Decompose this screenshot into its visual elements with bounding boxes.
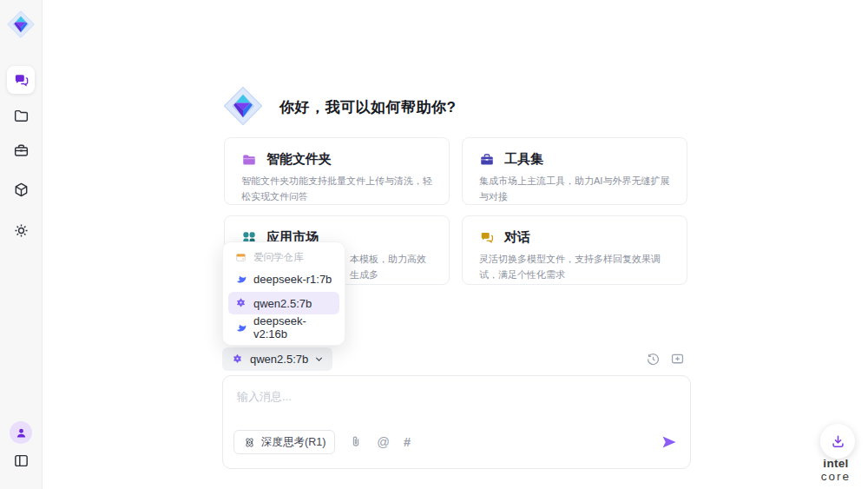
greeting-text: 你好，我可以如何帮助你? — [279, 97, 456, 117]
user-icon — [15, 426, 28, 439]
model-option-qwen[interactable]: qwen2.5:7b — [228, 292, 339, 314]
model-group-header: 爱问学仓库 — [228, 248, 339, 266]
sidebar-item-models[interactable] — [0, 182, 42, 197]
chevron-down-icon — [314, 354, 324, 364]
message-composer: 深度思考(R1) @ # — [222, 375, 691, 469]
model-option-deepseek-v2[interactable]: deepseek-v2:16b — [228, 316, 339, 339]
folder-icon — [13, 108, 30, 124]
core-wordmark: core — [821, 470, 851, 483]
card-description: 灵活切换多模型文件，支持多样回复效果调试，满足个性化需求 — [479, 252, 672, 282]
history-icon[interactable] — [646, 352, 661, 367]
card-toolset[interactable]: 工具集 集成市场上主流工具，助力AI与外界无缝扩展与对接 — [462, 137, 687, 205]
card-title: 对话 — [504, 229, 530, 246]
user-avatar[interactable] — [10, 421, 32, 444]
deep-think-label: 深度思考(R1) — [261, 435, 326, 450]
model-selector[interactable]: qwen2.5:7b — [222, 347, 332, 371]
deepseek-icon — [234, 321, 247, 334]
sidebar-item-chat[interactable] — [7, 66, 35, 94]
hash-icon[interactable]: # — [404, 436, 411, 449]
sidebar-item-folders[interactable] — [0, 108, 42, 123]
download-icon — [830, 433, 846, 450]
model-option-deepseek-r1[interactable]: deepseek-r1:7b — [228, 268, 339, 290]
model-dropdown: 爱问学仓库 deepseek-r1:7b qwen2.5:7b deepseek… — [222, 241, 345, 346]
composer-toolbar: 深度思考(R1) @ # — [223, 425, 690, 468]
intel-core-badge: intel core ultra — [808, 457, 864, 489]
model-option-label: deepseek-r1:7b — [253, 273, 332, 286]
message-input[interactable] — [235, 387, 678, 425]
intel-wordmark: intel — [823, 457, 848, 470]
toolbox-icon — [13, 142, 30, 159]
deepseek-icon — [234, 273, 247, 286]
briefcase-icon — [479, 152, 495, 168]
paperclip-icon[interactable] — [349, 435, 363, 449]
at-icon[interactable]: @ — [377, 436, 390, 449]
settings-icon — [13, 222, 30, 239]
card-title: 智能文件夹 — [266, 151, 332, 168]
folder-icon — [241, 152, 257, 168]
sidebar-item-toolbox[interactable] — [0, 142, 42, 158]
qwen-icon — [234, 297, 247, 310]
chat-toolbar — [646, 352, 685, 367]
atom-icon — [243, 436, 256, 449]
chat-bubbles-icon — [479, 230, 495, 246]
greeting-logo — [222, 85, 264, 127]
card-description: 集成市场上主流工具，助力AI与外界无缝扩展与对接 — [479, 174, 672, 204]
app-window: 你好，我可以如何帮助你? 智能文件夹 智能文件夹功能支持批量文件上传与清洗，轻松… — [0, 0, 868, 489]
chat-icon — [13, 72, 30, 89]
model-option-label: qwen2.5:7b — [253, 297, 312, 310]
sidebar-item-settings[interactable] — [0, 222, 42, 238]
card-description: 智能文件夹功能支持批量文件上传与清洗，轻松实现文件问答 — [241, 174, 434, 204]
sidebar-collapse[interactable] — [0, 453, 42, 468]
card-conversation[interactable]: 对话 灵活切换多模型文件，支持多样回复效果调试，满足个性化需求 — [462, 215, 687, 285]
model-selector-value: qwen2.5:7b — [250, 353, 308, 366]
card-smart-folder[interactable]: 智能文件夹 智能文件夹功能支持批量文件上传与清洗，轻松实现文件问答 — [224, 137, 450, 205]
send-icon[interactable] — [661, 433, 678, 451]
new-chat-icon[interactable] — [670, 352, 685, 367]
card-title: 工具集 — [504, 151, 543, 168]
qwen-icon — [231, 353, 244, 367]
download-button[interactable] — [820, 424, 855, 459]
model-option-label: deepseek-v2:16b — [253, 314, 333, 340]
sidebar — [0, 0, 43, 489]
model-group-label: 爱问学仓库 — [253, 251, 304, 264]
panel-toggle-icon — [13, 453, 30, 469]
deep-think-button[interactable]: 深度思考(R1) — [233, 430, 335, 454]
repository-icon — [234, 252, 247, 263]
app-logo — [6, 10, 36, 39]
cube-icon — [13, 182, 30, 198]
